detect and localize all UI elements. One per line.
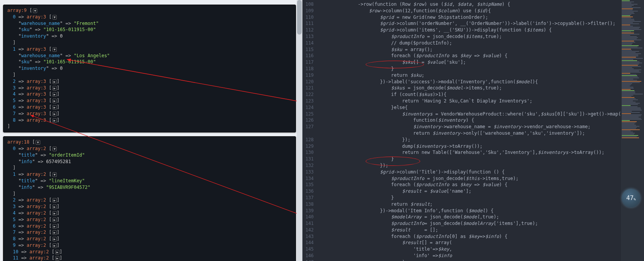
dump-panel-1[interactable]: array:9 [▼ 0 => array:3 [▼ "warehouse_na… — [3, 5, 296, 132]
caret-right-icon[interactable]: ▶ — [53, 237, 57, 241]
caret-right-icon[interactable]: ▶ — [53, 105, 57, 110]
caret-right-icon[interactable]: ▶ — [53, 224, 57, 229]
minimap[interactable] — [621, 0, 644, 261]
caret-right-icon[interactable]: ▶ — [53, 118, 57, 123]
caret-right-icon[interactable]: ▶ — [53, 112, 57, 116]
dump-panel-2[interactable]: array:18 [▼ 0 => array:2 [▼ "title" => "… — [3, 136, 296, 261]
caret-right-icon[interactable]: ▶ — [53, 198, 57, 203]
caret-down-icon[interactable]: ▼ — [33, 8, 37, 13]
annotation-ellipse-2 — [366, 157, 420, 166]
progress-suffix: % — [634, 197, 636, 202]
caret-right-icon[interactable]: ▶ — [53, 211, 57, 216]
caret-down-icon[interactable]: ▼ — [53, 15, 57, 20]
caret-right-icon[interactable]: ▶ — [53, 218, 57, 222]
caret-down-icon[interactable]: ▼ — [53, 147, 57, 151]
caret-right-icon[interactable]: ▶ — [53, 230, 57, 235]
caret-down-icon[interactable]: ▼ — [53, 172, 57, 177]
code-area[interactable]: ->row(function (Row $row) use ($id, $dat… — [316, 0, 621, 261]
caret-right-icon[interactable]: ▶ — [53, 243, 57, 248]
annotation-ellipse-1 — [366, 61, 424, 68]
caret-right-icon[interactable]: ▶ — [53, 92, 57, 97]
left-scrollbar[interactable] — [297, 0, 302, 261]
left-panel: array:9 [▼ 0 => array:3 [▼ "warehouse_na… — [0, 0, 299, 261]
editor-panel: 108 109 110 111 112 113 114 115 116 117 … — [299, 0, 644, 261]
caret-right-icon[interactable]: ▶ — [55, 250, 59, 254]
progress-badge: 47% — [622, 189, 640, 207]
caret-right-icon[interactable]: ▶ — [55, 256, 59, 261]
caret-right-icon[interactable]: ▶ — [53, 99, 57, 103]
caret-right-icon[interactable]: ▶ — [53, 79, 57, 84]
caret-right-icon[interactable]: ▶ — [53, 205, 57, 209]
caret-down-icon[interactable]: ▼ — [36, 140, 40, 145]
app-layout: array:9 [▼ 0 => array:3 [▼ "warehouse_na… — [0, 0, 644, 261]
progress-value: 47 — [626, 194, 634, 202]
caret-right-icon[interactable]: ▶ — [53, 86, 57, 91]
caret-down-icon[interactable]: ▼ — [53, 47, 57, 52]
